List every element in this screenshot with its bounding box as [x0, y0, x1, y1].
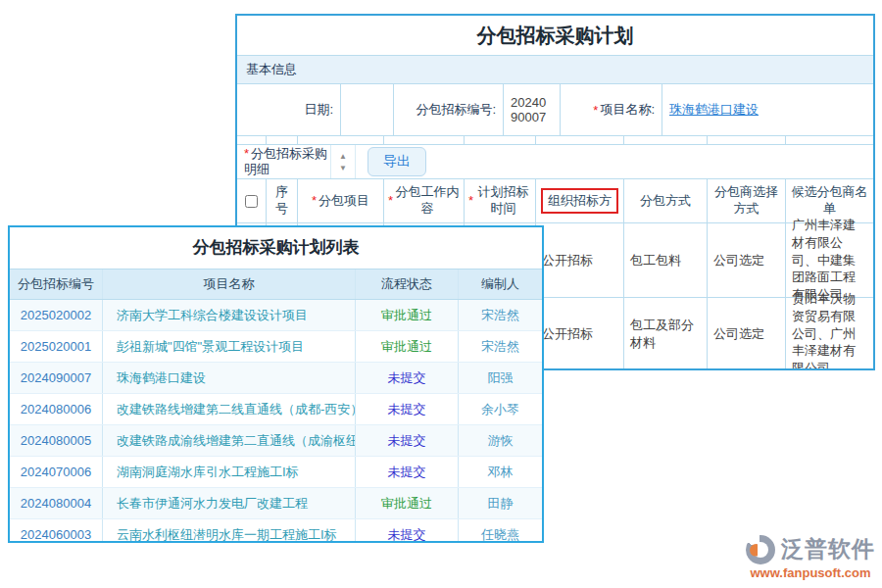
list-col-header: 项目名称: [103, 270, 356, 299]
bid-no-value: 2024090007: [504, 84, 561, 135]
subcontract-method-cell: 包工包料: [624, 223, 708, 297]
detail-col-header: 分包方式: [624, 179, 708, 222]
plan-list-panel: 分包招标采购计划列表 分包招标编号项目名称流程状态编制人 2025020002济…: [8, 225, 544, 543]
list-row[interactable]: 2024080006改建铁路线增建第二线直通线（成都-西安）电...未提交余小琴: [10, 394, 542, 425]
project-cell[interactable]: 长春市伊通河水力发电厂改建工程: [103, 488, 356, 518]
status-cell: 未提交: [356, 457, 459, 487]
bid-no-cell[interactable]: 2024090007: [10, 363, 103, 393]
list-row[interactable]: 2024080004长春市伊通河水力发电厂改建工程审批通过田静: [10, 488, 542, 519]
candidates-cell: 贵阳丰沃物资贸易有限公司、广州丰泽建材有限公司: [786, 298, 873, 369]
date-input[interactable]: [341, 84, 394, 135]
subcontract-method-cell: 包工及部分材料: [624, 298, 708, 369]
creator-cell: 宋浩然: [459, 331, 542, 362]
bid-no-cell[interactable]: 2024080004: [10, 488, 103, 518]
project-cell[interactable]: 云南水利枢纽潜明水库一期工程施工I标: [103, 519, 356, 543]
vendor-selection-cell: 公司选定: [708, 298, 786, 369]
required-asterisk: *: [244, 146, 249, 161]
project-name-cell: 珠海鹤港口建设: [662, 84, 873, 135]
list-header-row: 分包招标编号项目名称流程状态编制人: [10, 269, 542, 300]
spacer-cell: [298, 136, 384, 144]
list-row[interactable]: 2024080005改建铁路成渝线增建第二直通线（成渝枢纽）...未提交游恢: [10, 425, 542, 457]
org-bidding-cell: 公开招标: [536, 298, 624, 369]
status-cell: 审批通过: [356, 331, 459, 362]
detail-col-header: *分包项目: [298, 179, 384, 222]
required-asterisk: *: [312, 193, 317, 210]
creator-cell: 阳强: [459, 363, 542, 393]
bid-no-cell[interactable]: 2024070006: [10, 457, 103, 487]
project-cell[interactable]: 改建铁路成渝线增建第二直通线（成渝枢纽）...: [103, 425, 356, 456]
project-cell[interactable]: 珠海鹤港口建设: [103, 363, 356, 393]
list-col-header: 流程状态: [356, 270, 459, 299]
fanpu-logo: 泛普软件 www.fanpusoft.com: [746, 534, 875, 580]
detail-col-header: *分包工作内容: [384, 179, 465, 222]
detail-section-header: *分包招标采购明细 ▲ ▼ 导出: [237, 144, 873, 179]
creator-cell: 宋浩然: [459, 300, 542, 330]
project-cell[interactable]: 彭祖新城"四馆"景观工程设计项目: [103, 331, 356, 362]
detail-col-header: *计划招标时间: [465, 179, 536, 222]
fanpu-logo-icon: [746, 535, 775, 564]
required-asterisk: *: [468, 193, 473, 210]
required-asterisk: *: [388, 193, 393, 210]
export-button[interactable]: 导出: [368, 147, 426, 176]
page: 分包招标采购计划 基本信息 日期: 分包招标编号: 2024090007 *项目…: [0, 0, 882, 588]
spacer-cell: [465, 136, 536, 144]
form-title: 分包招标采购计划: [237, 16, 873, 56]
bid-no-cell[interactable]: 2024080006: [10, 394, 103, 424]
down-arrow-icon[interactable]: ▼: [339, 164, 347, 172]
basic-info-fields: 日期: 分包招标编号: 2024090007 *项目名称: 珠海鹤港口建设: [237, 84, 873, 136]
detail-section-label: *分包招标采购明细: [237, 146, 330, 178]
basic-info-section-header: 基本信息: [237, 56, 873, 84]
bid-no-label: 分包招标编号:: [394, 84, 504, 135]
creator-cell: 余小琴: [459, 394, 542, 424]
status-cell: 审批通过: [356, 488, 459, 518]
spacer-cell: [786, 136, 873, 144]
select-all-checkbox[interactable]: [245, 195, 258, 208]
status-cell: 未提交: [356, 425, 459, 456]
spacer-cell: [536, 136, 624, 144]
bid-no-cell[interactable]: 2024080005: [10, 425, 103, 456]
list-body: 2025020002济南大学工科综合楼建设设计项目审批通过宋浩然20250200…: [10, 300, 542, 543]
spacer-cell: [267, 136, 298, 144]
list-row[interactable]: 2025020002济南大学工科综合楼建设设计项目审批通过宋浩然: [10, 300, 542, 331]
vendor-selection-cell: 公司选定: [708, 223, 786, 297]
list-row[interactable]: 2024090007珠海鹤港口建设未提交阳强: [10, 363, 542, 394]
creator-cell: 游恢: [459, 425, 542, 456]
list-row[interactable]: 2024070006湖南洞庭湖水库引水工程施工I标未提交邓林: [10, 457, 542, 488]
project-cell[interactable]: 济南大学工科综合楼建设设计项目: [103, 300, 356, 330]
project-cell[interactable]: 改建铁路线增建第二线直通线（成都-西安）电...: [103, 394, 356, 424]
creator-cell: 任晓燕: [459, 519, 542, 543]
bid-no-cell[interactable]: 2025020002: [10, 300, 103, 330]
project-cell[interactable]: 湖南洞庭湖水库引水工程施工I标: [103, 457, 356, 487]
logo-row: 泛普软件: [746, 534, 875, 564]
logo-url: www.fanpusoft.com: [746, 565, 875, 580]
spacer-cell: [708, 136, 786, 144]
spacer-cell: [384, 136, 465, 144]
detail-table-header: 序号*分包项目*分包工作内容*计划招标时间组织招标方分包方式分包商选择方式候选分…: [237, 179, 873, 223]
detail-col-header: 分包商选择方式: [708, 179, 786, 222]
up-arrow-icon[interactable]: ▲: [339, 152, 347, 161]
spacer-row: [237, 136, 873, 144]
project-name-label: *项目名称:: [561, 84, 662, 135]
highlight-box: 组织招标方: [541, 188, 618, 215]
detail-col-header: 序号: [267, 179, 298, 222]
project-name-link[interactable]: 珠海鹤港口建设: [669, 101, 759, 119]
select-all-cell: [237, 179, 267, 222]
org-bidding-cell: 公开招标: [536, 223, 624, 297]
creator-cell: 田静: [459, 488, 542, 518]
list-row[interactable]: 2025020001彭祖新城"四馆"景观工程设计项目审批通过宋浩然: [10, 331, 542, 363]
status-cell: 未提交: [356, 519, 459, 543]
status-cell: 审批通过: [356, 300, 459, 330]
date-label: 日期:: [237, 84, 341, 135]
list-title: 分包招标采购计划列表: [10, 227, 542, 269]
bid-no-cell[interactable]: 2024060003: [10, 519, 103, 543]
status-cell: 未提交: [356, 394, 459, 424]
list-col-header: 编制人: [459, 270, 542, 299]
list-row[interactable]: 2024060003云南水利枢纽潜明水库一期工程施工I标未提交任晓燕: [10, 519, 542, 543]
spacer-cell: [624, 136, 708, 144]
row-reorder-spinner: ▲ ▼: [330, 145, 356, 178]
candidates-cell: 广州丰泽建材有限公司、中建集团路面工程有限公司: [786, 223, 873, 297]
bid-no-cell[interactable]: 2025020001: [10, 331, 103, 362]
required-asterisk: *: [593, 103, 598, 118]
spacer-cell: [237, 136, 267, 144]
status-cell: 未提交: [356, 363, 459, 393]
